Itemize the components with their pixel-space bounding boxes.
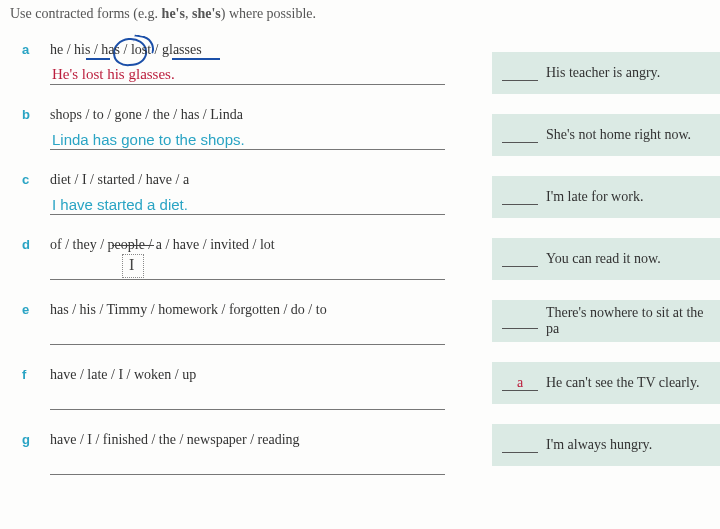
exercise-letter: d bbox=[22, 237, 50, 252]
match-item[interactable]: a He can't see the TV clearly. bbox=[492, 362, 720, 404]
exercise-prompt: diet / I / started / have / a bbox=[50, 172, 189, 188]
match-blank[interactable] bbox=[502, 128, 538, 143]
exercise-prompt: shops / to / gone / the / has / Linda bbox=[50, 107, 243, 123]
match-blank[interactable] bbox=[502, 66, 538, 81]
match-item[interactable]: I'm always hungry. bbox=[492, 424, 720, 466]
answer-input[interactable] bbox=[50, 322, 445, 345]
exercise-letter: e bbox=[22, 302, 50, 317]
exercise-prompt: of / they / people / a / have / invited … bbox=[50, 237, 275, 253]
instruction-text: , bbox=[185, 6, 192, 21]
exercise-prompt: have / late / I / woken / up bbox=[50, 367, 196, 383]
exercise-a: a he / his / has / lost / glasses He's l… bbox=[22, 42, 492, 85]
student-answer: Linda has gone to the shops. bbox=[52, 131, 245, 148]
exercise-letter: g bbox=[22, 432, 50, 447]
instruction-text: ) where possible. bbox=[221, 6, 316, 21]
match-text: He can't see the TV clearly. bbox=[546, 375, 699, 391]
instruction-bold-2: she's bbox=[192, 6, 221, 21]
match-text: His teacher is angry. bbox=[546, 65, 660, 81]
exercise-prompt: he / his / has / lost / glasses bbox=[50, 42, 202, 58]
strike-icon bbox=[112, 245, 154, 246]
match-item[interactable]: You can read it now. bbox=[492, 238, 720, 280]
match-item[interactable]: She's not home right now. bbox=[492, 114, 720, 156]
exercise-letter: b bbox=[22, 107, 50, 122]
match-blank[interactable]: a bbox=[502, 376, 538, 391]
match-text: She's not home right now. bbox=[546, 127, 691, 143]
instruction-bold-1: he's bbox=[162, 6, 185, 21]
student-answer: I have started a diet. bbox=[52, 196, 188, 213]
match-text: You can read it now. bbox=[546, 251, 661, 267]
exercise-letter: f bbox=[22, 367, 50, 382]
match-item[interactable]: His teacher is angry. bbox=[492, 52, 720, 94]
answer-input[interactable] bbox=[50, 452, 445, 475]
match-blank[interactable] bbox=[502, 438, 538, 453]
match-blank[interactable] bbox=[502, 190, 538, 205]
match-item[interactable]: There's nowhere to sit at the pa bbox=[492, 300, 720, 342]
match-text: There's nowhere to sit at the pa bbox=[546, 305, 720, 337]
match-blank[interactable] bbox=[502, 252, 538, 267]
match-column: His teacher is angry. She's not home rig… bbox=[492, 28, 720, 497]
answer-input[interactable] bbox=[50, 387, 445, 410]
answer-input[interactable]: He's lost his glasses. bbox=[50, 62, 445, 85]
exercise-f: f have / late / I / woken / up bbox=[22, 367, 492, 410]
exercise-b: b shops / to / gone / the / has / Linda … bbox=[22, 107, 492, 150]
match-item[interactable]: I'm late for work. bbox=[492, 176, 720, 218]
exercise-prompt: have / I / finished / the / newspaper / … bbox=[50, 432, 300, 448]
exercise-d: d of / they / people / a / have / invite… bbox=[22, 237, 492, 280]
exercise-letter: a bbox=[22, 42, 50, 57]
exercise-g: g have / I / finished / the / newspaper … bbox=[22, 432, 492, 475]
exercise-c: c diet / I / started / have / a I have s… bbox=[22, 172, 492, 215]
columns: a he / his / has / lost / glasses He's l… bbox=[0, 28, 720, 497]
answer-input[interactable]: I have started a diet. bbox=[50, 192, 445, 215]
exercise-column: a he / his / has / lost / glasses He's l… bbox=[0, 28, 492, 497]
instruction-line: Use contracted forms (e.g. he's, she's) … bbox=[0, 0, 720, 22]
exercise-letter: c bbox=[22, 172, 50, 187]
answer-input[interactable] bbox=[50, 257, 445, 280]
match-fill: a bbox=[502, 375, 538, 391]
instruction-text: Use contracted forms (e.g. bbox=[10, 6, 162, 21]
answer-input[interactable]: Linda has gone to the shops. bbox=[50, 127, 445, 150]
worksheet-page: Use contracted forms (e.g. he's, she's) … bbox=[0, 0, 720, 529]
match-blank[interactable] bbox=[502, 314, 538, 329]
student-answer: He's lost his glasses. bbox=[52, 66, 175, 83]
exercise-e: e has / his / Timmy / homework / forgott… bbox=[22, 302, 492, 345]
match-text: I'm always hungry. bbox=[546, 437, 652, 453]
exercise-prompt: has / his / Timmy / homework / forgotten… bbox=[50, 302, 327, 318]
match-text: I'm late for work. bbox=[546, 189, 643, 205]
